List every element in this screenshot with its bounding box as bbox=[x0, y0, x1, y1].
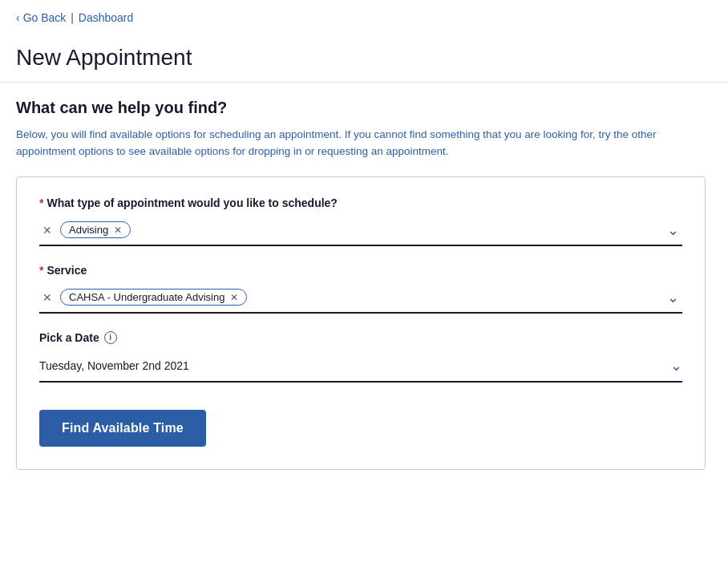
date-label-text: Pick a Date bbox=[39, 331, 99, 344]
required-star-1: * bbox=[39, 196, 43, 209]
service-group: * Service ✕ CAHSA - Undergraduate Advisi… bbox=[39, 264, 682, 314]
service-chevron-icon: ⌄ bbox=[667, 289, 679, 306]
appointment-type-select[interactable]: ✕ Advising ✕ ⌄ bbox=[39, 216, 682, 246]
form-card: * What type of appointment would you lik… bbox=[16, 176, 706, 470]
service-label-text: Service bbox=[47, 264, 87, 277]
page-title-section: New Appointment bbox=[0, 30, 728, 83]
go-back-link[interactable]: ‹ Go Back bbox=[16, 11, 66, 24]
dashboard-link[interactable]: Dashboard bbox=[79, 11, 134, 24]
appointment-type-tag: Advising ✕ bbox=[60, 221, 131, 238]
service-label: * Service bbox=[39, 264, 682, 277]
back-label: Go Back bbox=[23, 11, 67, 24]
service-tag: CAHSA - Undergraduate Advising ✕ bbox=[60, 289, 247, 306]
top-navigation: ‹ Go Back | Dashboard bbox=[0, 0, 728, 30]
appointment-type-tag-close[interactable]: ✕ bbox=[114, 225, 122, 236]
dashboard-label: Dashboard bbox=[79, 11, 134, 24]
date-label: Pick a Date i bbox=[39, 331, 682, 344]
nav-separator: | bbox=[71, 11, 74, 24]
service-tag-close[interactable]: ✕ bbox=[230, 292, 238, 303]
page-title: New Appointment bbox=[16, 45, 712, 71]
back-arrow-icon: ‹ bbox=[16, 11, 20, 24]
service-tag-label: CAHSA - Undergraduate Advising bbox=[69, 291, 224, 303]
appointment-type-tag-label: Advising bbox=[69, 224, 108, 236]
find-available-time-button[interactable]: Find Available Time bbox=[39, 410, 206, 447]
appointment-type-clear-btn[interactable]: ✕ bbox=[39, 222, 55, 238]
required-star-2: * bbox=[39, 264, 43, 277]
date-select[interactable]: Tuesday, November 2nd 2021 ⌄ bbox=[39, 350, 682, 383]
date-value-text: Tuesday, November 2nd 2021 bbox=[39, 359, 670, 372]
appointment-type-chevron-icon: ⌄ bbox=[667, 221, 679, 239]
service-select[interactable]: ✕ CAHSA - Undergraduate Advising ✕ ⌄ bbox=[39, 283, 682, 314]
date-chevron-icon: ⌄ bbox=[670, 357, 682, 375]
service-clear-btn[interactable]: ✕ bbox=[39, 290, 55, 306]
description-text: Below, you will find available options f… bbox=[16, 127, 706, 160]
date-group: Pick a Date i Tuesday, November 2nd 2021… bbox=[39, 331, 682, 383]
appointment-type-label-text: What type of appointment would you like … bbox=[47, 196, 337, 209]
appointment-type-label: * What type of appointment would you lik… bbox=[39, 196, 682, 209]
main-content: What can we help you find? Below, you wi… bbox=[0, 83, 722, 486]
appointment-type-group: * What type of appointment would you lik… bbox=[39, 196, 682, 246]
date-info-icon[interactable]: i bbox=[104, 331, 117, 344]
section-heading: What can we help you find? bbox=[16, 99, 706, 117]
